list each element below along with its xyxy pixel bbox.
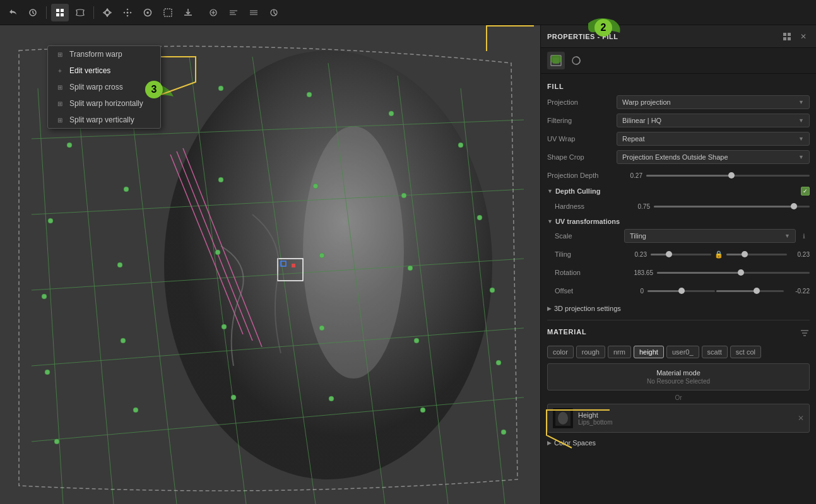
rotation-slider[interactable] (657, 267, 810, 278)
chip-user0[interactable]: user0_ (666, 346, 699, 358)
tiling-lock-icon[interactable]: 🔒 (713, 248, 725, 261)
toolbar-undo-btn[interactable] (4, 4, 21, 21)
svg-rect-4 (61, 13, 64, 16)
chip-height[interactable]: height (634, 346, 664, 358)
context-menu-edit-vertices[interactable]: + Edit vertices (48, 62, 160, 79)
svg-line-17 (189, 57, 246, 504)
svg-point-59 (231, 395, 236, 400)
depth-culling-title: Depth Culling (555, 187, 801, 195)
svg-rect-32 (292, 264, 295, 267)
uv-wrap-label: UV Wrap (547, 135, 617, 143)
toolbar-warp-btn[interactable] (71, 4, 89, 21)
tab-moon[interactable] (567, 52, 585, 69)
toolbar-extra4-btn[interactable] (265, 4, 283, 21)
projection-3d-row[interactable]: ▶ 3D projection settings (547, 302, 810, 315)
svg-point-12 (164, 50, 492, 479)
svg-point-61 (420, 407, 425, 413)
tiling-thumb1[interactable] (666, 251, 672, 257)
svg-point-40 (124, 187, 129, 192)
fill-section-label: FILL (547, 83, 810, 90)
projection-depth-thumb[interactable] (728, 172, 735, 179)
shape-crop-label: Shape Crop (547, 153, 617, 161)
toolbar-select-btn[interactable] (159, 4, 177, 21)
projection-dropdown[interactable]: Warp projection ▼ (617, 95, 810, 109)
svg-point-55 (414, 338, 419, 343)
svg-point-13 (303, 126, 404, 378)
svg-rect-65 (783, 37, 786, 40)
depth-culling-header[interactable]: ▼ Depth Culling ✓ (547, 187, 810, 196)
viewport[interactable]: ⊞ Transform warp + Edit vertices ⊞ Split… (0, 25, 540, 504)
hardness-slider[interactable] (654, 201, 810, 212)
scale-dropdown[interactable]: Tiling ▼ (624, 229, 796, 243)
projection-depth-display-value: 0.27 (620, 172, 642, 179)
tiling-value2: 0.23 (791, 251, 810, 258)
height-info: Height Lips_bottom (578, 411, 798, 426)
scale-info-icon[interactable]: ℹ (798, 230, 810, 242)
material-mode-title: Material mode (553, 369, 804, 377)
filtering-label: Filtering (547, 117, 617, 124)
chip-scatt[interactable]: scatt (702, 346, 728, 358)
chip-nrm[interactable]: nrm (608, 346, 631, 358)
panel-close-btn[interactable]: ✕ (797, 30, 810, 43)
tiling-slider2[interactable] (726, 249, 787, 260)
svg-line-18 (252, 57, 316, 504)
material-header: MATERIAL (547, 325, 810, 341)
height-thumbnail (553, 408, 573, 428)
toolbar-add-btn[interactable] (51, 4, 69, 21)
svg-line-15 (76, 76, 114, 504)
offset-slider2[interactable] (716, 285, 784, 296)
svg-point-52 (121, 338, 126, 343)
projection-value[interactable]: Warp projection ▼ (617, 95, 810, 109)
hardness-row: Hardness 0.75 (547, 199, 810, 213)
offset-slider1[interactable] (647, 285, 715, 296)
context-menu-split-cross[interactable]: ⊞ Split warp cross (48, 79, 160, 95)
tab-fill[interactable] (547, 52, 565, 69)
offset-thumb2[interactable] (754, 288, 760, 294)
svg-point-6 (145, 9, 151, 16)
shape-crop-row: Shape Crop Projection Extends Outside Sh… (547, 150, 810, 164)
color-spaces-row[interactable]: ▶ Color Spaces (547, 437, 810, 449)
svg-point-51 (45, 370, 50, 375)
toolbar-extra1-btn[interactable] (204, 4, 222, 21)
svg-point-47 (215, 250, 220, 255)
svg-point-36 (307, 92, 312, 97)
svg-point-58 (133, 407, 138, 413)
uv-wrap-dropdown[interactable]: Repeat ▼ (617, 132, 810, 146)
svg-point-69 (550, 55, 562, 64)
uv-transform-arrow: ▼ (547, 218, 553, 225)
toolbar-circle-btn[interactable] (139, 4, 157, 21)
depth-culling-checkbox[interactable]: ✓ (801, 187, 810, 196)
toolbar-save-btn[interactable] (179, 4, 197, 21)
panel-grid-btn[interactable] (781, 30, 793, 43)
toolbar-extra2-btn[interactable] (225, 4, 242, 21)
uv-transform-header[interactable]: ▼ UV transformations (547, 218, 810, 225)
filtering-dropdown[interactable]: Bilinear | HQ ▼ (617, 114, 810, 127)
tiling-slider1[interactable] (651, 249, 711, 260)
toolbar-history-btn[interactable] (24, 4, 42, 21)
chip-sct-col[interactable]: sct col (730, 346, 761, 358)
filtering-row: Filtering Bilinear | HQ ▼ (547, 114, 810, 127)
scale-row: Scale Tiling ▼ ℹ (547, 229, 810, 243)
toolbar-extra3-btn[interactable] (245, 4, 263, 21)
toolbar-move-btn[interactable] (119, 4, 136, 21)
hardness-thumb[interactable] (791, 203, 797, 209)
rotation-thumb[interactable] (738, 269, 744, 276)
svg-point-7 (147, 12, 148, 13)
toolbar-transform-btn[interactable] (98, 4, 116, 21)
projection-dropdown-arrow: ▼ (798, 99, 804, 105)
chip-color[interactable]: color (547, 346, 574, 358)
offset-thumb1[interactable] (678, 288, 685, 294)
context-menu-split-horiz[interactable]: ⊞ Split warp horizontally (48, 95, 160, 112)
tiling-label: Tiling (555, 250, 624, 258)
material-filter-icon[interactable] (800, 328, 810, 338)
tiling-thumb2[interactable] (742, 251, 748, 257)
context-menu-split-vert[interactable]: ⊞ Split warp vertically (48, 112, 160, 128)
height-close-btn[interactable]: ✕ (798, 414, 804, 423)
context-menu-transform-warp[interactable]: ⊞ Transform warp (48, 46, 160, 62)
uv-wrap-row: UV Wrap Repeat ▼ (547, 132, 810, 146)
projection-depth-slider[interactable] (646, 170, 810, 181)
chip-rough[interactable]: rough (576, 346, 605, 358)
svg-rect-30 (278, 259, 303, 281)
rotation-row: Rotation 183.65 (547, 266, 810, 279)
shape-crop-dropdown[interactable]: Projection Extends Outside Shape ▼ (617, 150, 810, 164)
